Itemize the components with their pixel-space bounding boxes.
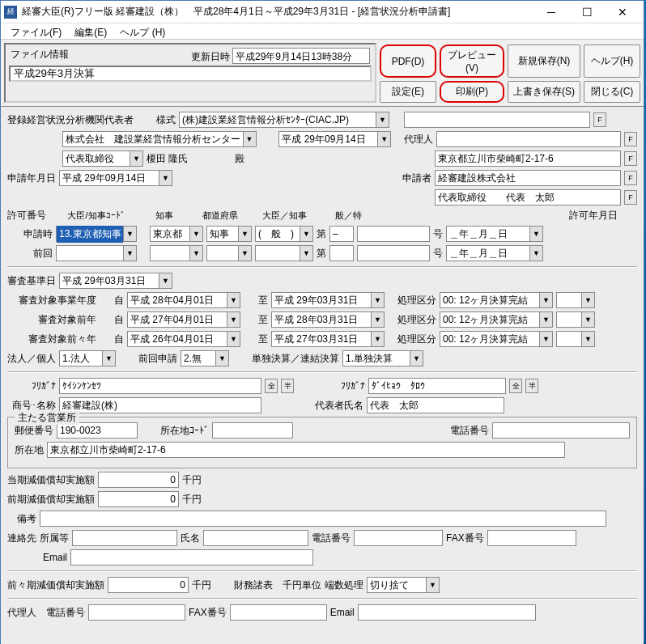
chevron-down-icon[interactable]: ▼ — [123, 227, 136, 241]
pdf-button[interactable]: PDF(D) — [380, 44, 436, 78]
menu-help[interactable]: ヘルプ (H) — [115, 25, 170, 37]
chevron-down-icon[interactable]: ▼ — [189, 246, 202, 261]
chevron-down-icon[interactable]: ▼ — [376, 112, 389, 127]
hojin-select[interactable]: 1.法人▼ — [59, 350, 116, 366]
chevron-down-icon[interactable]: ▼ — [243, 132, 256, 146]
prev-pref-select[interactable]: ▼ — [150, 245, 203, 261]
rep-name-field[interactable] — [367, 397, 504, 413]
ppy-to[interactable]: 平成 27年03月31日▼ — [271, 331, 385, 347]
settings-button[interactable]: 設定(E) — [380, 81, 436, 103]
chevron-down-icon[interactable]: ▼ — [123, 246, 136, 261]
date1-select[interactable]: 平成 29年09月14日 ▼ — [278, 131, 391, 147]
zen-btn1[interactable]: 全 — [265, 379, 278, 393]
chevron-down-icon[interactable]: ▼ — [300, 227, 312, 241]
proc3-sel[interactable]: 00: 12ヶ月決算完結▼ — [440, 331, 553, 347]
permit-num1[interactable] — [357, 226, 430, 242]
chevron-down-icon[interactable]: ▼ — [189, 227, 202, 241]
company-select[interactable]: 株式会社 建設業経営情報分析センター ▼ — [62, 131, 257, 147]
ty-from[interactable]: 平成 28年04月01日▼ — [127, 292, 240, 308]
permit-date1-select[interactable]: ＿年＿月＿日 ▼ — [446, 226, 543, 242]
chevron-down-icon[interactable]: ▼ — [227, 332, 240, 346]
chevron-down-icon[interactable]: ▼ — [371, 293, 384, 307]
fax-field[interactable] — [487, 530, 576, 546]
chevron-down-icon[interactable]: ▼ — [426, 578, 439, 592]
ppy-from[interactable]: 平成 26年04月01日▼ — [127, 331, 240, 347]
permit-date2-select[interactable]: ＿年＿月＿日 ▼ — [446, 245, 543, 261]
agent-field[interactable] — [436, 131, 621, 147]
chevron-down-icon[interactable]: ▼ — [581, 312, 594, 327]
rep-furigana-field[interactable] — [368, 378, 506, 394]
chevron-down-icon[interactable]: ▼ — [227, 312, 240, 327]
agent-phone-field[interactable] — [88, 604, 185, 621]
menu-edit[interactable]: 編集(E) — [70, 25, 112, 37]
han-btn1[interactable]: 半 — [281, 379, 294, 393]
chevron-down-icon[interactable]: ▼ — [539, 332, 552, 346]
chevron-down-icon[interactable]: ▼ — [529, 227, 542, 241]
chevron-down-icon[interactable]: ▼ — [539, 312, 552, 327]
preview-button[interactable]: プレビュー(V) — [440, 44, 504, 78]
han-btn2[interactable]: 半 — [525, 379, 538, 393]
proc2-sel2[interactable]: ▼ — [556, 311, 595, 328]
chevron-down-icon[interactable]: ▼ — [377, 132, 390, 146]
chevron-down-icon[interactable]: ▼ — [130, 151, 142, 166]
address-r1[interactable] — [435, 150, 621, 167]
chevron-down-icon[interactable]: ▼ — [371, 332, 384, 346]
print-button[interactable]: 印刷(P) — [440, 81, 504, 103]
f-button-2[interactable]: F — [624, 132, 637, 146]
overwrite-button[interactable]: 上書き保存(S) — [508, 81, 580, 103]
furigana-field[interactable] — [59, 378, 261, 394]
phone-field2[interactable] — [354, 530, 443, 546]
rep-role-select[interactable]: 代表取締役 ▼ — [62, 150, 143, 167]
prev-general-select[interactable]: ▼ — [255, 245, 313, 261]
chevron-down-icon[interactable]: ▼ — [581, 293, 594, 307]
prev-apply-select[interactable]: 2.無▼ — [181, 350, 229, 366]
filename-input[interactable] — [9, 66, 372, 82]
general-select[interactable]: ( 般 ) ▼ — [255, 226, 313, 242]
proc2-sel[interactable]: 00: 12ヶ月決算完結▼ — [440, 311, 553, 328]
cur-dep-field[interactable] — [98, 472, 179, 488]
chevron-down-icon[interactable]: ▼ — [371, 312, 384, 327]
new-save-button[interactable]: 新規保存(N) — [508, 44, 580, 78]
f-button-3[interactable]: F — [624, 151, 637, 166]
menu-file[interactable]: ファイル(F) — [6, 25, 66, 37]
email-field1[interactable] — [70, 549, 313, 566]
trade-name-field[interactable] — [59, 397, 261, 413]
chevron-down-icon[interactable]: ▼ — [238, 246, 251, 261]
prev-dep-field[interactable] — [98, 491, 179, 507]
ty-to[interactable]: 平成 29年03月31日▼ — [271, 292, 385, 308]
phone-field1[interactable] — [492, 422, 630, 439]
chevron-down-icon[interactable]: ▼ — [300, 246, 312, 261]
chevron-down-icon[interactable]: ▼ — [581, 332, 594, 346]
proc3-sel2[interactable]: ▼ — [556, 331, 595, 347]
address-r2[interactable] — [435, 170, 621, 186]
permit-dash[interactable] — [329, 226, 354, 242]
postal-field[interactable] — [57, 422, 138, 439]
prev-num[interactable] — [357, 245, 430, 261]
name-field[interactable] — [203, 530, 308, 546]
proc1-sel2[interactable]: ▼ — [556, 292, 595, 308]
maximize-button[interactable]: ☐ — [569, 2, 605, 23]
chevron-down-icon[interactable]: ▼ — [227, 293, 240, 307]
prev-select[interactable]: ▼ — [56, 245, 137, 261]
kessan-type-select[interactable]: 1.単独決算▼ — [342, 350, 423, 366]
close-button[interactable]: ✕ — [605, 2, 640, 23]
agent-email-field[interactable] — [358, 604, 536, 621]
blank-field-1[interactable] — [404, 112, 590, 128]
tokyo-select[interactable]: 東京都 ▼ — [150, 226, 203, 242]
rounding-select[interactable]: 切り捨て▼ — [367, 577, 440, 593]
review-date-select[interactable]: 平成 29年03月31日 ▼ — [59, 273, 172, 289]
chevron-down-icon[interactable]: ▼ — [102, 351, 115, 366]
help-button[interactable]: ヘルプ(H) — [584, 44, 640, 78]
chevron-down-icon[interactable]: ▼ — [238, 227, 251, 241]
biko-field[interactable] — [40, 511, 606, 527]
minimize-button[interactable]: ─ — [533, 2, 569, 23]
prev2-dep-field[interactable] — [108, 577, 189, 593]
f-button-4[interactable]: F — [624, 171, 637, 185]
py-to[interactable]: 平成 28年03月31日▼ — [271, 311, 385, 328]
prev-chiji-select[interactable]: ▼ — [206, 245, 252, 261]
apply-date-select[interactable]: 平成 29年09月14日 ▼ — [59, 170, 172, 186]
chevron-down-icon[interactable]: ▼ — [539, 293, 552, 307]
chevron-down-icon[interactable]: ▼ — [410, 351, 423, 366]
f-button-1[interactable]: F — [593, 112, 606, 127]
apply-time-select[interactable]: 13.東京都知事 ▼ — [56, 226, 137, 242]
